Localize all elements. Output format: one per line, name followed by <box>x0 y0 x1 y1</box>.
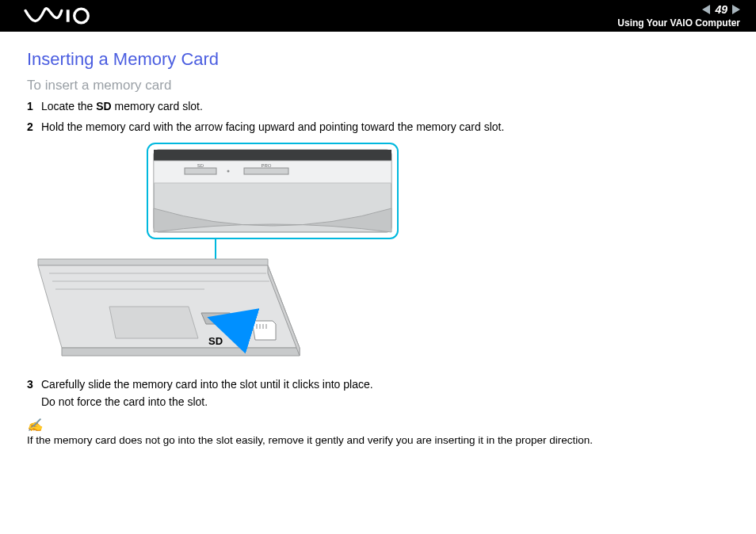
step1-post: memory card slot. <box>112 100 203 113</box>
vaio-logo-svg <box>16 7 103 25</box>
step-3: 3 Carefully slide the memory card into t… <box>27 376 734 410</box>
next-page-arrow-icon[interactable] <box>732 5 740 14</box>
step-number: 1 <box>27 98 41 116</box>
svg-marker-6 <box>62 348 300 356</box>
trackpad <box>109 307 198 338</box>
step-text: Carefully slide the memory card into the… <box>41 376 734 410</box>
svg-point-1 <box>74 9 89 23</box>
inset-pro-slot <box>244 168 288 174</box>
step1-bold: SD <box>96 100 111 113</box>
steps-list: 1 Locate the SD memory card slot. 2 Hold… <box>27 98 734 135</box>
inset-sd-slot <box>185 168 216 174</box>
svg-marker-11 <box>252 321 276 340</box>
section-subtitle: To insert a memory card <box>27 78 734 93</box>
figure: SD PRO <box>30 140 734 370</box>
steps-list-cont: 3 Carefully slide the memory card into t… <box>27 376 734 410</box>
vaio-logo <box>16 0 103 32</box>
step-1: 1 Locate the SD memory card slot. <box>27 98 734 116</box>
note-icon: ✍ <box>27 418 734 433</box>
inset-led <box>227 170 230 173</box>
inset-sd-label: SD <box>197 163 204 168</box>
step3-line1: Carefully slide the memory card into the… <box>41 378 373 391</box>
section-title: Inserting a Memory Card <box>27 49 734 70</box>
page-number: 49 <box>715 3 727 16</box>
inset-top-dark <box>154 150 391 161</box>
laptop-sd-slot <box>201 313 235 324</box>
page-content: Inserting a Memory Card To insert a memo… <box>0 32 756 446</box>
svg-marker-4 <box>38 259 268 265</box>
step-number: 3 <box>27 376 41 410</box>
svg-rect-0 <box>67 10 70 21</box>
step-text: Locate the SD memory card slot. <box>41 98 734 116</box>
sd-card-icon <box>252 321 276 340</box>
step-number: 2 <box>27 119 41 136</box>
header-right: 49 Using Your VAIO Computer <box>617 3 740 29</box>
step-text: Hold the memory card with the arrow faci… <box>41 119 734 136</box>
prev-page-arrow-icon[interactable] <box>702 5 710 14</box>
sd-label: SD <box>208 335 223 347</box>
page-header: 49 Using Your VAIO Computer <box>0 0 756 32</box>
inset-pro-label: PRO <box>261 163 271 168</box>
step-2: 2 Hold the memory card with the arrow fa… <box>27 119 734 136</box>
laptop-drawing <box>38 259 300 356</box>
step1-pre: Locate the <box>41 100 96 113</box>
page-nav: 49 <box>702 3 740 16</box>
breadcrumb[interactable]: Using Your VAIO Computer <box>617 17 740 29</box>
laptop-sd-illustration: SD PRO <box>30 140 426 370</box>
step3-line2: Do not force the card into the slot. <box>41 395 208 408</box>
note-text: If the memory card does not go into the … <box>27 434 734 446</box>
